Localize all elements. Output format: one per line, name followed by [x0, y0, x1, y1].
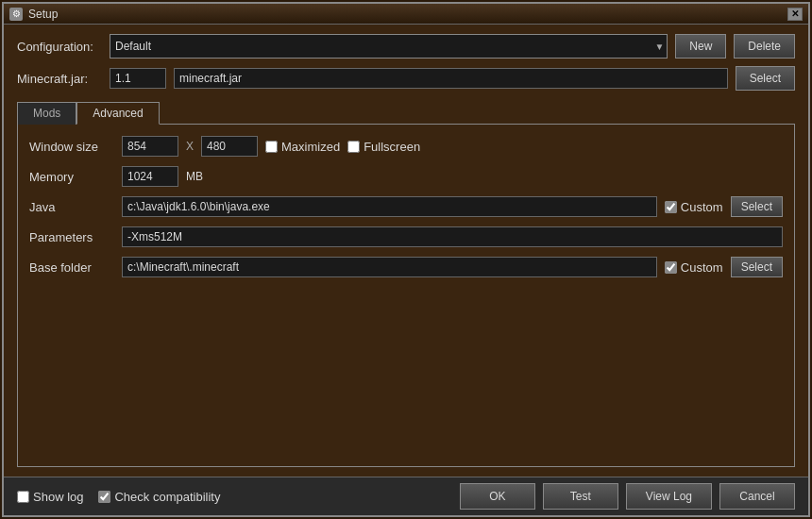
base-folder-custom-checkbox[interactable]	[665, 261, 677, 274]
java-input[interactable]	[122, 196, 657, 217]
base-folder-row: Base folder Custom Select	[29, 257, 783, 277]
window-title: Setup	[28, 8, 58, 21]
memory-input[interactable]	[122, 166, 178, 187]
java-label: Java	[29, 200, 114, 214]
tabs-row: Mods Advanced	[17, 102, 795, 125]
tab-mods[interactable]: Mods	[17, 102, 76, 125]
new-button[interactable]: New	[675, 34, 726, 59]
base-folder-input[interactable]	[122, 257, 657, 277]
window-size-row: Window size X Maximized Fullscreen	[29, 136, 783, 157]
minecraft-version-input[interactable]	[110, 68, 166, 89]
main-content: Configuration: Default ▼ New Delete Mine…	[4, 25, 808, 477]
configuration-select-wrapper: Default ▼	[110, 34, 668, 59]
parameters-label: Parameters	[29, 230, 114, 244]
parameters-row: Parameters	[29, 226, 783, 247]
check-compat-checkbox-wrapper[interactable]: Check compatibility	[98, 490, 220, 504]
check-compat-checkbox[interactable]	[98, 491, 110, 503]
title-bar: ⚙ Setup ✕	[4, 4, 808, 25]
show-log-checkbox[interactable]	[17, 491, 29, 503]
bottom-bar-right: OK Test View Log Cancel	[460, 483, 795, 510]
java-select-button[interactable]: Select	[731, 196, 783, 217]
configuration-label: Configuration:	[17, 40, 102, 54]
minecraft-jar-label: Minecraft.jar:	[17, 72, 102, 86]
minecraft-jar-row: Minecraft.jar: Select	[17, 66, 795, 91]
configuration-select[interactable]: Default	[110, 34, 668, 59]
memory-label: Memory	[29, 170, 114, 184]
fullscreen-checkbox-wrapper[interactable]: Fullscreen	[347, 140, 420, 154]
window-size-label: Window size	[29, 140, 114, 154]
bottom-bar: Show log Check compatibility OK Test Vie…	[4, 477, 808, 515]
maximized-checkbox-wrapper[interactable]: Maximized	[265, 140, 340, 154]
close-button[interactable]: ✕	[787, 8, 803, 21]
cancel-button[interactable]: Cancel	[719, 483, 795, 510]
configuration-row: Configuration: Default ▼ New Delete	[17, 34, 795, 59]
tab-container: Mods Advanced Window size X Maximized	[17, 98, 795, 467]
test-button[interactable]: Test	[543, 483, 618, 510]
base-folder-custom-label: Custom	[681, 260, 723, 275]
show-log-checkbox-wrapper[interactable]: Show log	[17, 490, 83, 504]
maximized-checkbox[interactable]	[265, 141, 278, 153]
window-icon: ⚙	[9, 8, 23, 21]
show-log-label: Show log	[33, 490, 83, 504]
java-custom-label: Custom	[681, 200, 723, 214]
fullscreen-label: Fullscreen	[364, 140, 420, 154]
tab-advanced[interactable]: Advanced	[76, 102, 159, 125]
minecraft-jar-input[interactable]	[174, 68, 728, 89]
x-separator: X	[186, 140, 194, 153]
base-folder-label: Base folder	[29, 260, 114, 275]
bottom-bar-left: Show log Check compatibility	[17, 490, 452, 504]
base-folder-custom-checkbox-wrapper[interactable]: Custom	[665, 260, 723, 275]
check-compat-label: Check compatibility	[114, 490, 220, 504]
setup-window: ⚙ Setup ✕ Configuration: Default ▼ New D…	[2, 2, 810, 517]
java-row: Java Custom Select	[29, 196, 783, 217]
delete-button[interactable]: Delete	[734, 34, 795, 59]
view-log-button[interactable]: View Log	[626, 483, 712, 510]
minecraft-jar-select-button[interactable]: Select	[736, 66, 795, 91]
window-width-input[interactable]	[122, 136, 178, 157]
memory-row: Memory MB	[29, 166, 783, 187]
window-height-input[interactable]	[201, 136, 258, 157]
fullscreen-checkbox[interactable]	[347, 141, 360, 153]
mb-label: MB	[186, 170, 203, 183]
advanced-tab-panel: Window size X Maximized Fullscreen M	[17, 124, 795, 467]
parameters-input[interactable]	[122, 226, 783, 247]
maximized-label: Maximized	[281, 140, 340, 154]
ok-button[interactable]: OK	[460, 483, 535, 510]
base-folder-select-button[interactable]: Select	[731, 257, 783, 277]
title-bar-left: ⚙ Setup	[9, 8, 58, 21]
java-custom-checkbox-wrapper[interactable]: Custom	[665, 200, 723, 214]
java-custom-checkbox[interactable]	[665, 201, 677, 213]
